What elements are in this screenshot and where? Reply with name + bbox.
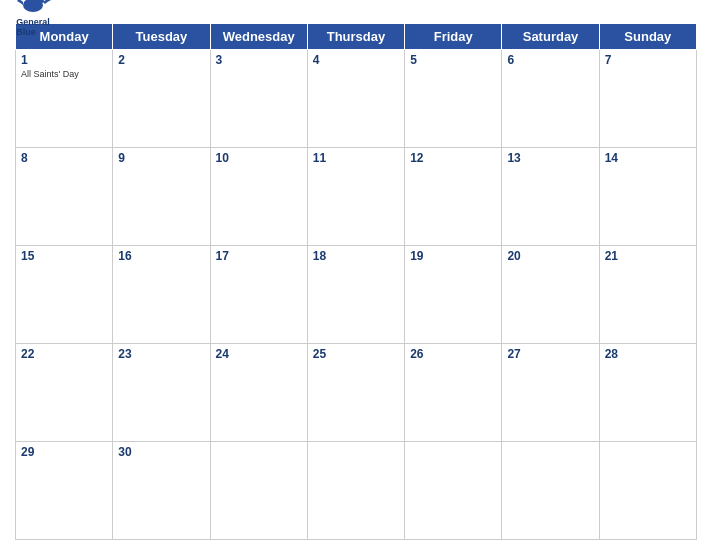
day-number: 26	[410, 347, 496, 361]
weekday-header-saturday: Saturday	[502, 24, 599, 50]
calendar-cell	[307, 442, 404, 540]
calendar-cell: 24	[210, 344, 307, 442]
day-number: 27	[507, 347, 593, 361]
calendar-cell: 6	[502, 50, 599, 148]
day-number: 17	[216, 249, 302, 263]
logo: GeneralBlue	[15, 0, 51, 38]
weekday-header-thursday: Thursday	[307, 24, 404, 50]
calendar-cell: 16	[113, 246, 210, 344]
day-number: 6	[507, 53, 593, 67]
calendar-header: GeneralBlue	[15, 10, 697, 23]
calendar-cell: 14	[599, 148, 696, 246]
logo-bird-icon	[15, 0, 51, 18]
calendar-cell: 23	[113, 344, 210, 442]
calendar-cell: 29	[16, 442, 113, 540]
weekday-header-wednesday: Wednesday	[210, 24, 307, 50]
day-number: 8	[21, 151, 107, 165]
calendar-cell: 28	[599, 344, 696, 442]
calendar-cell	[405, 442, 502, 540]
day-number: 7	[605, 53, 691, 67]
day-number: 3	[216, 53, 302, 67]
day-number: 28	[605, 347, 691, 361]
day-number: 29	[21, 445, 107, 459]
calendar-cell	[599, 442, 696, 540]
day-number: 9	[118, 151, 204, 165]
calendar-cell: 8	[16, 148, 113, 246]
day-number: 2	[118, 53, 204, 67]
day-number: 13	[507, 151, 593, 165]
calendar-cell: 1All Saints' Day	[16, 50, 113, 148]
calendar-cell: 5	[405, 50, 502, 148]
calendar-cell: 12	[405, 148, 502, 246]
day-number: 5	[410, 53, 496, 67]
holiday-label: All Saints' Day	[21, 69, 107, 79]
day-number: 18	[313, 249, 399, 263]
calendar-cell: 26	[405, 344, 502, 442]
calendar-cell: 13	[502, 148, 599, 246]
calendar-cell: 7	[599, 50, 696, 148]
calendar-cell: 15	[16, 246, 113, 344]
calendar-cell: 22	[16, 344, 113, 442]
calendar-body: 1All Saints' Day234567891011121314151617…	[16, 50, 697, 540]
week-row-5: 2930	[16, 442, 697, 540]
weekday-header-row: MondayTuesdayWednesdayThursdayFridaySatu…	[16, 24, 697, 50]
calendar-cell: 25	[307, 344, 404, 442]
week-row-2: 891011121314	[16, 148, 697, 246]
calendar-cell	[210, 442, 307, 540]
weekday-header-sunday: Sunday	[599, 24, 696, 50]
calendar-cell	[502, 442, 599, 540]
day-number: 24	[216, 347, 302, 361]
day-number: 30	[118, 445, 204, 459]
calendar-cell: 27	[502, 344, 599, 442]
calendar-cell: 21	[599, 246, 696, 344]
calendar-cell: 4	[307, 50, 404, 148]
calendar-cell: 9	[113, 148, 210, 246]
day-number: 15	[21, 249, 107, 263]
day-number: 20	[507, 249, 593, 263]
day-number: 10	[216, 151, 302, 165]
day-number: 12	[410, 151, 496, 165]
day-number: 25	[313, 347, 399, 361]
day-number: 14	[605, 151, 691, 165]
calendar-cell: 3	[210, 50, 307, 148]
weekday-header-tuesday: Tuesday	[113, 24, 210, 50]
day-number: 11	[313, 151, 399, 165]
week-row-4: 22232425262728	[16, 344, 697, 442]
day-number: 23	[118, 347, 204, 361]
logo-text: GeneralBlue	[16, 18, 50, 38]
week-row-3: 15161718192021	[16, 246, 697, 344]
weekday-header-friday: Friday	[405, 24, 502, 50]
calendar-cell: 11	[307, 148, 404, 246]
calendar-cell: 17	[210, 246, 307, 344]
calendar-cell: 20	[502, 246, 599, 344]
calendar-cell: 19	[405, 246, 502, 344]
day-number: 16	[118, 249, 204, 263]
day-number: 22	[21, 347, 107, 361]
week-row-1: 1All Saints' Day234567	[16, 50, 697, 148]
day-number: 19	[410, 249, 496, 263]
calendar-cell: 2	[113, 50, 210, 148]
day-number: 21	[605, 249, 691, 263]
calendar-cell: 18	[307, 246, 404, 344]
calendar-cell: 10	[210, 148, 307, 246]
calendar-cell: 30	[113, 442, 210, 540]
day-number: 4	[313, 53, 399, 67]
calendar-table: MondayTuesdayWednesdayThursdayFridaySatu…	[15, 23, 697, 540]
day-number: 1	[21, 53, 107, 67]
